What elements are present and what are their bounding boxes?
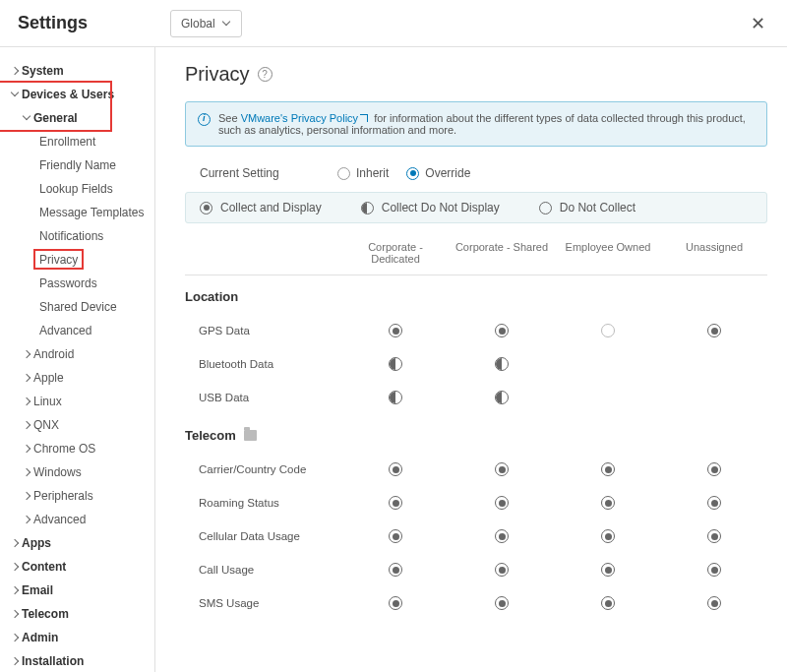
sidebar-item-label: Privacy [39, 253, 78, 267]
table-row: Bluetooth Data [185, 347, 767, 381]
help-icon[interactable]: ? [258, 67, 272, 82]
table-row: Carrier/Country Code [185, 453, 767, 486]
privacy-option-full[interactable] [707, 324, 721, 337]
close-button[interactable]: ✕ [747, 9, 769, 38]
sidebar-item-admin[interactable]: Admin [0, 626, 154, 649]
section-location: Location [185, 275, 767, 314]
privacy-option-half[interactable] [389, 391, 402, 404]
info-icon [198, 113, 211, 126]
sidebar-item-message-templates[interactable]: Message Templates [0, 201, 154, 224]
privacy-option-full[interactable] [707, 563, 721, 577]
table-row: Call Usage [185, 553, 767, 586]
sidebar-item-advanced[interactable]: Advanced [0, 508, 154, 531]
sidebar-item-shared-device[interactable]: Shared Device [0, 295, 154, 319]
chevron-down-icon [221, 19, 231, 29]
privacy-option-full[interactable] [601, 462, 615, 476]
inherit-radio[interactable]: Inherit [337, 166, 389, 180]
sidebar-item-system[interactable]: System [0, 59, 154, 83]
privacy-option-full[interactable] [389, 462, 402, 476]
privacy-option-full[interactable] [601, 596, 615, 610]
row-label: USB Data [185, 392, 342, 403]
privacy-option-full[interactable] [389, 563, 402, 577]
privacy-option-full[interactable] [389, 529, 402, 543]
sidebar-item-telecom[interactable]: Telecom [0, 602, 154, 626]
privacy-option-full[interactable] [389, 596, 402, 610]
sidebar-item-passwords[interactable]: Passwords [0, 272, 154, 295]
chevron-right-icon [10, 633, 20, 642]
privacy-option-full[interactable] [707, 462, 721, 476]
sidebar-item-notifications[interactable]: Notifications [0, 224, 154, 248]
sidebar-item-label: QNX [33, 418, 59, 432]
external-link-icon [360, 114, 368, 122]
scope-label: Global [181, 17, 215, 31]
sidebar-item-label: Enrollment [39, 135, 95, 149]
privacy-option-full[interactable] [707, 496, 721, 510]
section-title: Telecom [185, 428, 236, 443]
privacy-option-full[interactable] [707, 596, 721, 610]
sidebar-item-friendly-name[interactable]: Friendly Name [0, 153, 154, 177]
sidebar-item-label: Admin [22, 631, 58, 644]
sidebar-item-android[interactable]: Android [0, 342, 154, 366]
privacy-option-full[interactable] [601, 563, 615, 577]
chevron-right-icon [22, 420, 31, 430]
table-row: GPS Data [185, 314, 767, 347]
privacy-option-empty[interactable] [601, 324, 615, 337]
table-row: SMS Usage [185, 586, 767, 620]
chevron-right-icon [10, 66, 20, 76]
sidebar-item-linux[interactable]: Linux [0, 390, 154, 413]
privacy-option-half[interactable] [495, 357, 509, 371]
column-headers: Corporate - DedicatedCorporate - SharedE… [185, 237, 767, 275]
sidebar-item-installation[interactable]: Installation [0, 649, 154, 672]
privacy-option-full[interactable] [495, 496, 509, 510]
privacy-option-half[interactable] [389, 357, 402, 371]
sidebar-item-advanced[interactable]: Advanced [0, 319, 154, 342]
sidebar-item-privacy[interactable]: Privacy [0, 248, 154, 272]
privacy-option-full[interactable] [495, 563, 509, 577]
sidebar-item-devices-users[interactable]: Devices & Users [0, 83, 154, 106]
row-label: Call Usage [185, 564, 342, 576]
legend-collect-no-display: Collect Do Not Display [361, 201, 500, 214]
sidebar-item-qnx[interactable]: QNX [0, 413, 154, 437]
sidebar-item-label: Installation [22, 654, 84, 668]
privacy-option-full[interactable] [389, 324, 402, 337]
sidebar-item-content[interactable]: Content [0, 555, 154, 579]
chevron-right-icon [22, 467, 31, 477]
sidebar-item-apple[interactable]: Apple [0, 366, 154, 390]
sidebar-item-lookup-fields[interactable]: Lookup Fields [0, 177, 154, 201]
chevron-right-icon [10, 656, 20, 666]
sidebar-item-apps[interactable]: Apps [0, 531, 154, 555]
sidebar-item-peripherals[interactable]: Peripherals [0, 484, 154, 508]
current-setting-label: Current Setting [200, 166, 337, 180]
privacy-option-half[interactable] [495, 391, 509, 404]
privacy-option-full[interactable] [495, 596, 509, 610]
privacy-option-full[interactable] [601, 529, 615, 543]
page-title: Settings [18, 13, 170, 33]
privacy-option-full[interactable] [707, 529, 721, 543]
layout: SystemDevices & UsersGeneralEnrollmentFr… [0, 47, 787, 672]
row-label: GPS Data [185, 325, 342, 336]
sidebar-item-label: Apps [22, 536, 51, 550]
sidebar-item-label: Shared Device [39, 300, 117, 314]
sidebar-item-chrome-os[interactable]: Chrome OS [0, 437, 154, 460]
chevron-right-icon [10, 538, 20, 548]
sidebar-item-label: Advanced [33, 513, 86, 526]
privacy-option-full[interactable] [495, 529, 509, 543]
chevron-right-icon [22, 515, 31, 524]
sidebar-item-label: Passwords [39, 276, 97, 290]
sidebar-item-label: Chrome OS [33, 442, 95, 456]
privacy-option-full[interactable] [495, 324, 509, 337]
current-setting-row: Current Setting Inherit Override [185, 166, 767, 192]
chevron-right-icon [22, 491, 31, 501]
privacy-option-full[interactable] [601, 496, 615, 510]
privacy-option-full[interactable] [495, 462, 509, 476]
sidebar-item-general[interactable]: General [0, 106, 154, 130]
override-radio[interactable]: Override [406, 166, 470, 180]
sidebar-item-enrollment[interactable]: Enrollment [0, 130, 154, 153]
sidebar-item-windows[interactable]: Windows [0, 460, 154, 484]
privacy-option-full[interactable] [389, 496, 402, 510]
column-header: Employee Owned [555, 241, 661, 265]
row-label: Cellular Data Usage [185, 530, 342, 542]
sidebar-item-email[interactable]: Email [0, 579, 154, 602]
scope-selector[interactable]: Global [170, 10, 242, 37]
privacy-policy-link[interactable]: VMware's Privacy Policy [241, 112, 371, 124]
